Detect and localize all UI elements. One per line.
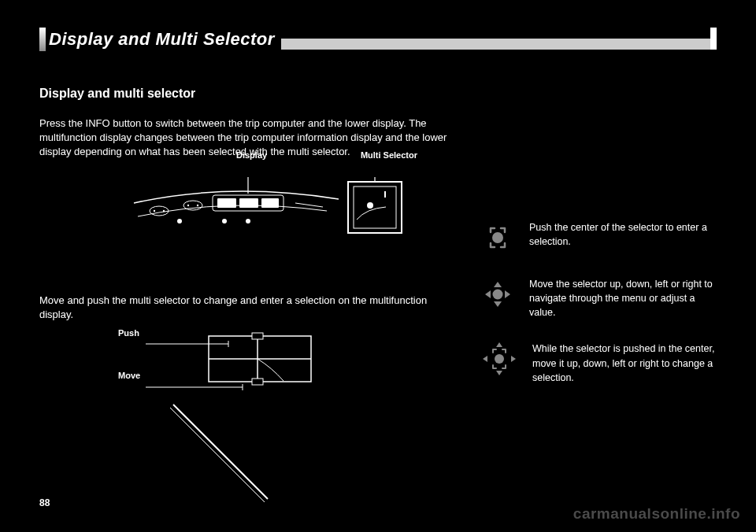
combo-icon xyxy=(480,342,518,376)
svg-point-3 xyxy=(163,209,165,211)
svg-line-29 xyxy=(173,405,268,499)
svg-rect-17 xyxy=(384,191,386,198)
move-label: Move xyxy=(118,371,140,380)
svg-point-0 xyxy=(150,206,169,216)
svg-point-10 xyxy=(177,219,182,224)
multi-selector-label: Multi Selector xyxy=(361,150,417,160)
combo-instruction-row: While the selector is pushed in the cent… xyxy=(480,342,717,384)
enter-icon xyxy=(480,220,515,255)
svg-point-16 xyxy=(367,202,373,209)
svg-line-19 xyxy=(295,203,323,207)
svg-point-1 xyxy=(183,201,202,210)
svg-point-5 xyxy=(197,204,198,205)
page-number: 88 xyxy=(39,497,50,508)
svg-point-4 xyxy=(187,204,189,205)
combo-text: While the selector is pushed in the cent… xyxy=(532,342,717,384)
svg-rect-7 xyxy=(217,198,236,208)
enter-instruction-row: Push the center of the selector to enter… xyxy=(480,220,717,255)
section-header: Display and Multi Selector xyxy=(39,28,717,51)
multi-selector-svg xyxy=(118,330,417,511)
header-fill xyxy=(281,39,710,50)
enter-text: Push the center of the selector to enter… xyxy=(529,220,717,249)
svg-point-2 xyxy=(154,209,155,211)
svg-rect-28 xyxy=(252,379,263,385)
header-end xyxy=(710,28,717,50)
subsection-title: Display and multi selector xyxy=(39,87,449,101)
move-text: Move the selector up, down, left or righ… xyxy=(529,277,717,320)
svg-rect-27 xyxy=(252,333,263,339)
section-title: Display and Multi Selector xyxy=(46,28,281,51)
dashboard-svg xyxy=(118,168,410,270)
move-instruction-row: Move the selector up, down, left or righ… xyxy=(480,277,717,320)
watermark: carmanualsonline.info xyxy=(573,505,740,523)
svg-rect-14 xyxy=(348,182,402,233)
multi-selector-paragraph: Move and push the multi selector to chan… xyxy=(39,294,449,322)
svg-point-32 xyxy=(493,290,503,300)
svg-rect-8 xyxy=(239,198,258,208)
svg-rect-15 xyxy=(354,187,396,228)
dashboard-illustration: Display Multi Selector xyxy=(118,168,410,270)
move-icon xyxy=(480,277,515,312)
svg-point-11 xyxy=(222,219,227,224)
svg-point-31 xyxy=(492,232,503,243)
header-accent xyxy=(39,28,46,51)
display-label: Display xyxy=(236,150,267,160)
multi-selector-illustration: Push Move xyxy=(118,330,417,511)
svg-rect-9 xyxy=(261,198,279,208)
push-label: Push xyxy=(118,328,139,338)
svg-line-30 xyxy=(170,408,265,502)
svg-point-33 xyxy=(495,354,504,364)
svg-point-12 xyxy=(246,219,250,224)
